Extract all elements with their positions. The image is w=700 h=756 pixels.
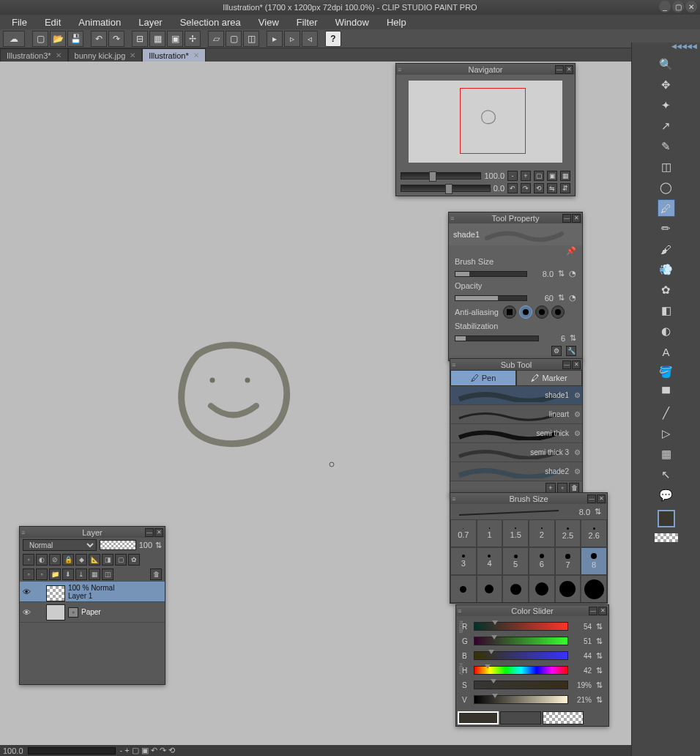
layer-opacity-slider[interactable] <box>100 540 136 550</box>
close-icon[interactable]: ✕ <box>572 214 581 223</box>
brush-size-panel[interactable]: ≡Brush Size —✕ 8.0⇅ 0.7 1 1.5 2 2.5 2.6 … <box>450 492 608 604</box>
new-vector-button[interactable]: ▫ <box>36 568 48 580</box>
menu-view[interactable]: View <box>250 15 288 29</box>
zoom-slider[interactable] <box>401 172 481 179</box>
menu-icon[interactable]: ≡ <box>452 361 455 368</box>
background-swatch[interactable] <box>500 711 541 724</box>
color-code-button[interactable]: ◨ <box>102 554 113 566</box>
help-button[interactable]: ? <box>325 31 341 47</box>
new-file-button[interactable]: ▢ <box>32 31 48 47</box>
stepper-icon[interactable]: ⇅ <box>596 695 603 705</box>
layer-move-tool[interactable]: ↗ <box>658 117 675 135</box>
foreground-swatch[interactable] <box>458 711 499 724</box>
rotate-right-button[interactable]: ↷ <box>521 183 531 193</box>
tab-2[interactable]: Illustration*✕ <box>142 48 205 62</box>
redo-button[interactable]: ↷ <box>108 31 124 47</box>
lock-button[interactable]: 🔒 <box>62 554 74 566</box>
minimize-icon[interactable]: — <box>555 65 564 74</box>
menu-icon[interactable]: ≡ <box>458 607 461 615</box>
status-zoom-slider[interactable] <box>28 747 116 755</box>
save-settings-icon[interactable]: ⚙ <box>551 346 562 356</box>
stabilization-slider[interactable] <box>455 336 539 341</box>
status-zoom-controls[interactable]: - + ▢ ▣ ↶ ↷ ⟲ <box>120 746 175 755</box>
ref-layer-button[interactable]: ◆ <box>75 554 87 566</box>
v-slider[interactable] <box>474 695 568 704</box>
lasso-tool[interactable]: ◯ <box>658 179 675 196</box>
subtool-item-4[interactable]: shade2⚙ <box>450 462 582 481</box>
snap-ruler-button[interactable]: ▸ <box>267 31 283 47</box>
stepper-icon[interactable]: ⇅ <box>155 541 162 550</box>
balloon-tool[interactable]: 💬 <box>658 486 675 504</box>
maximize-button[interactable]: ▢ <box>672 1 684 12</box>
foreground-color-swatch[interactable] <box>658 510 675 527</box>
subtab-marker[interactable]: 🖍Marker <box>516 370 582 386</box>
sub-tool-panel[interactable]: ≡Sub Tool —✕ 🖊Pen 🖍Marker shade1⚙ linear… <box>450 358 583 497</box>
opacity-slider[interactable] <box>455 295 527 301</box>
subtool-item-3[interactable]: semi thick 3⚙ <box>450 443 582 462</box>
transparent-swatch[interactable] <box>655 533 678 542</box>
bs-6[interactable]: 6 <box>529 547 555 575</box>
bs-2.6[interactable]: 2.6 <box>581 519 607 547</box>
select-all-button[interactable]: ▣ <box>167 31 183 47</box>
blend-tool[interactable]: ◐ <box>658 322 675 340</box>
stepper-icon[interactable]: ⇅ <box>596 681 603 690</box>
grid-button[interactable]: ▦ <box>560 171 570 181</box>
lock-pixel-button[interactable]: ◐ <box>36 554 48 566</box>
bs-7[interactable]: 7 <box>555 547 581 575</box>
close-icon[interactable]: ✕ <box>597 494 606 503</box>
undo-button[interactable]: ↶ <box>91 31 107 47</box>
zoom-tool[interactable]: 🔍 <box>658 56 675 73</box>
airbrush-tool[interactable]: 💨 <box>658 261 675 278</box>
close-icon[interactable]: ✕ <box>193 51 199 59</box>
aa-high[interactable] <box>551 305 565 319</box>
stepper-icon[interactable]: ⇅ <box>596 651 603 661</box>
close-icon[interactable]: ✕ <box>56 51 62 59</box>
bs-8[interactable]: 8 <box>581 547 607 575</box>
bs-0.7[interactable]: 0.7 <box>450 519 477 547</box>
stepper-icon[interactable]: ⇅ <box>596 637 603 646</box>
stepper-icon[interactable]: ⇅ <box>596 622 603 631</box>
stepper-icon[interactable]: ⇅ <box>596 666 603 675</box>
blend-mode-select[interactable]: Normal <box>23 539 97 551</box>
bs-1.5[interactable]: 1.5 <box>502 519 529 547</box>
subtool-item-2[interactable]: semi thick⚙ <box>450 424 582 443</box>
snap-grid-button[interactable]: ◃ <box>302 31 318 47</box>
effect-button[interactable]: ✿ <box>128 554 140 566</box>
fill-fit-button[interactable]: ▣ <box>547 171 557 181</box>
layer-name[interactable]: Paper <box>81 608 101 616</box>
visibility-icon[interactable]: 👁 <box>23 608 33 617</box>
gear-icon[interactable]: ⚙ <box>574 467 581 475</box>
apply-mask-button[interactable]: ◫ <box>102 568 113 580</box>
stepper-icon[interactable]: ⇅ <box>595 507 601 516</box>
navigator-view-rect[interactable] <box>460 88 526 154</box>
snap-special-button[interactable]: ▹ <box>284 31 300 47</box>
r-slider[interactable] <box>474 622 568 631</box>
aa-none[interactable] <box>503 305 516 319</box>
flip-h-button[interactable]: ⇋ <box>547 183 557 193</box>
mask-add-button[interactable]: ▦ <box>89 568 100 580</box>
menu-icon[interactable]: ≡ <box>452 495 455 503</box>
g-slider[interactable] <box>474 637 568 645</box>
pencil-tool[interactable]: ✏ <box>658 220 675 237</box>
mask-button[interactable]: ▢ <box>115 554 127 566</box>
rotate-reset-button[interactable]: ⟲ <box>534 183 544 193</box>
minimize-icon[interactable]: — <box>562 360 571 369</box>
h-slider[interactable] <box>474 666 568 675</box>
menu-layer[interactable]: Layer <box>130 15 171 29</box>
pin-icon[interactable]: 📌 <box>566 246 576 256</box>
menu-icon[interactable]: ≡ <box>398 66 401 73</box>
subtab-pen[interactable]: 🖊Pen <box>450 370 516 386</box>
clipstudio-icon[interactable]: ☁ <box>3 31 25 47</box>
bs-1[interactable]: 1 <box>477 519 503 547</box>
stepper-icon[interactable]: ⇅ <box>558 293 565 303</box>
bs-4[interactable]: 4 <box>477 547 503 575</box>
frame-tool[interactable]: ▦ <box>658 445 675 463</box>
move-tool[interactable]: ✥ <box>658 76 675 94</box>
figure-tool[interactable]: ▷ <box>658 425 675 442</box>
gear-icon[interactable]: ⚙ <box>574 429 581 437</box>
transfer-down-button[interactable]: ⬇ <box>62 568 74 580</box>
add-subtool-button[interactable]: + <box>546 483 556 493</box>
pressure-icon[interactable]: ◔ <box>569 269 576 278</box>
new-layer-button[interactable]: ▫ <box>23 554 34 566</box>
minimize-button[interactable]: _ <box>659 1 671 12</box>
